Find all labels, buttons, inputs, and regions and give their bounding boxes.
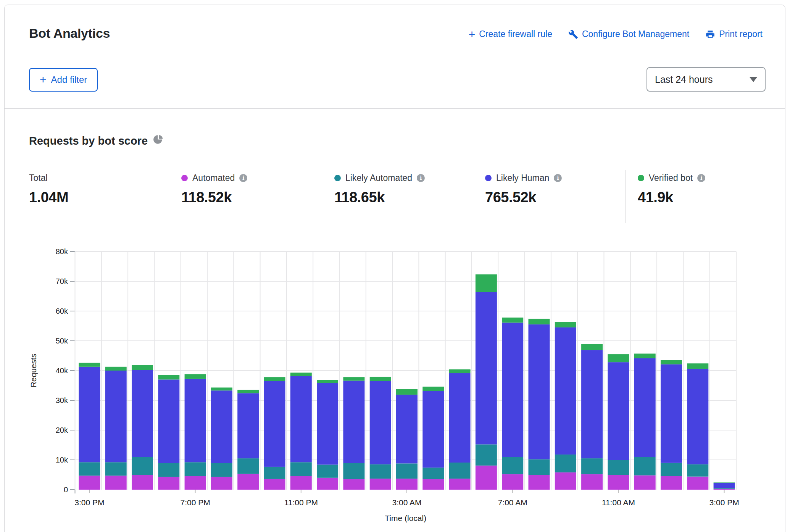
bar-segment-likely-automated[interactable]	[687, 464, 708, 477]
configure-bot-management-link[interactable]: Configure Bot Management	[568, 29, 689, 39]
bar-segment-likely-human[interactable]	[79, 367, 100, 462]
bar-segment-automated[interactable]	[476, 466, 497, 490]
bar-segment-automated[interactable]	[422, 479, 444, 490]
bar-segment-verified-bot[interactable]	[422, 387, 444, 391]
bar-segment-verified-bot[interactable]	[158, 375, 179, 380]
bar-segment-likely-automated[interactable]	[237, 458, 259, 474]
bar-8-00-am[interactable]	[529, 319, 550, 490]
bar-segment-likely-automated[interactable]	[211, 463, 232, 477]
bar-segment-verified-bot[interactable]	[608, 354, 629, 362]
bar-segment-verified-bot[interactable]	[79, 363, 100, 367]
bar-3-00-am[interactable]	[396, 389, 418, 490]
bar-segment-likely-human[interactable]	[608, 362, 629, 460]
bar-segment-automated[interactable]	[343, 479, 364, 490]
info-icon[interactable]: i	[554, 174, 562, 182]
bar-segment-verified-bot[interactable]	[132, 365, 153, 370]
bar-segment-likely-automated[interactable]	[79, 462, 100, 476]
bar-segment-verified-bot[interactable]	[661, 360, 682, 364]
bar-12-00-am[interactable]	[317, 380, 338, 490]
bar-segment-likely-automated[interactable]	[555, 455, 576, 472]
bar-segment-verified-bot[interactable]	[185, 374, 206, 379]
bar-segment-automated[interactable]	[608, 475, 629, 490]
bar-1-00-am[interactable]	[343, 377, 364, 490]
bar-segment-verified-bot[interactable]	[449, 369, 471, 373]
bar-segment-automated[interactable]	[185, 476, 206, 490]
bar-6-00-pm[interactable]	[158, 375, 179, 490]
time-range-select[interactable]: Last 24 hours	[647, 67, 766, 92]
bar-segment-likely-human[interactable]	[476, 292, 497, 444]
bar-segment-verified-bot[interactable]	[290, 372, 312, 376]
bar-segment-automated[interactable]	[555, 472, 576, 490]
bar-segment-likely-automated[interactable]	[529, 459, 550, 475]
bar-7-00-am[interactable]	[502, 318, 523, 490]
bar-segment-likely-human[interactable]	[185, 379, 206, 462]
bar-segment-automated[interactable]	[211, 477, 232, 490]
bar-segment-verified-bot[interactable]	[211, 387, 232, 390]
bar-segment-verified-bot[interactable]	[476, 274, 497, 292]
bar-segment-automated[interactable]	[79, 476, 100, 490]
bar-segment-automated[interactable]	[264, 479, 285, 490]
bar-segment-likely-human[interactable]	[634, 358, 656, 457]
bar-segment-likely-automated[interactable]	[449, 463, 471, 479]
bar-segment-likely-human[interactable]	[317, 383, 338, 465]
bar-segment-likely-automated[interactable]	[476, 444, 497, 465]
bar-7-00-pm[interactable]	[185, 374, 206, 490]
bar-9-00-am[interactable]	[555, 322, 576, 490]
bar-segment-automated[interactable]	[687, 477, 708, 490]
bar-segment-likely-automated[interactable]	[317, 464, 338, 477]
bar-segment-verified-bot[interactable]	[714, 482, 735, 483]
bar-segment-verified-bot[interactable]	[317, 380, 338, 383]
bar-segment-likely-human[interactable]	[422, 391, 444, 468]
bar-segment-likely-human[interactable]	[343, 381, 364, 463]
bar-segment-likely-human[interactable]	[264, 381, 285, 467]
bar-segment-automated[interactable]	[581, 474, 603, 490]
bar-segment-automated[interactable]	[396, 479, 418, 490]
bar-segment-likely-automated[interactable]	[158, 463, 179, 477]
bar-segment-likely-human[interactable]	[449, 373, 471, 463]
bar-segment-likely-automated[interactable]	[105, 462, 127, 476]
bar-segment-likely-automated[interactable]	[132, 457, 153, 475]
bar-segment-verified-bot[interactable]	[264, 377, 285, 381]
bar-segment-likely-automated[interactable]	[264, 467, 285, 479]
bar-4-00-pm[interactable]	[105, 367, 127, 490]
bar-3-00-pm[interactable]	[79, 363, 100, 490]
bar-segment-automated[interactable]	[132, 475, 153, 490]
bar-segment-verified-bot[interactable]	[687, 363, 708, 369]
bar-segment-likely-automated[interactable]	[422, 468, 444, 479]
bar-segment-verified-bot[interactable]	[634, 354, 656, 358]
bar-segment-likely-human[interactable]	[661, 364, 682, 463]
info-icon[interactable]: i	[417, 174, 425, 182]
bar-segment-likely-automated[interactable]	[581, 458, 603, 474]
bar-segment-likely-human[interactable]	[687, 369, 708, 464]
bar-segment-likely-automated[interactable]	[290, 462, 312, 476]
bar-segment-likely-automated[interactable]	[396, 463, 418, 479]
bar-segment-verified-bot[interactable]	[343, 377, 364, 380]
bar-5-00-am[interactable]	[449, 369, 471, 490]
bar-segment-verified-bot[interactable]	[370, 377, 391, 381]
add-filter-button[interactable]: + Add filter	[29, 68, 98, 92]
bar-3-00-pm[interactable]	[714, 482, 735, 490]
bar-segment-verified-bot[interactable]	[555, 322, 576, 327]
bar-6-00-am[interactable]	[476, 274, 497, 490]
bar-2-00-pm[interactable]	[687, 363, 708, 490]
bar-segment-likely-human[interactable]	[290, 376, 312, 462]
bar-segment-likely-human[interactable]	[529, 324, 550, 459]
bar-segment-automated[interactable]	[317, 478, 338, 490]
bar-segment-verified-bot[interactable]	[581, 344, 603, 350]
bar-11-00-pm[interactable]	[290, 372, 312, 490]
bar-segment-likely-automated[interactable]	[714, 488, 735, 488]
print-report-link[interactable]: Print report	[705, 29, 763, 39]
bar-8-00-pm[interactable]	[211, 387, 232, 490]
bar-segment-likely-human[interactable]	[237, 393, 259, 458]
bar-segment-automated[interactable]	[105, 476, 127, 490]
bar-segment-automated[interactable]	[502, 474, 523, 490]
bar-segment-likely-automated[interactable]	[502, 457, 523, 474]
bar-segment-automated[interactable]	[290, 476, 312, 490]
bar-segment-likely-human[interactable]	[714, 483, 735, 488]
info-icon[interactable]: i	[697, 174, 705, 182]
bar-segment-automated[interactable]	[370, 479, 391, 490]
bar-segment-likely-human[interactable]	[396, 395, 418, 463]
info-icon[interactable]: i	[239, 174, 247, 182]
bar-segment-automated[interactable]	[714, 489, 735, 490]
bar-12-00-pm[interactable]	[634, 354, 656, 490]
